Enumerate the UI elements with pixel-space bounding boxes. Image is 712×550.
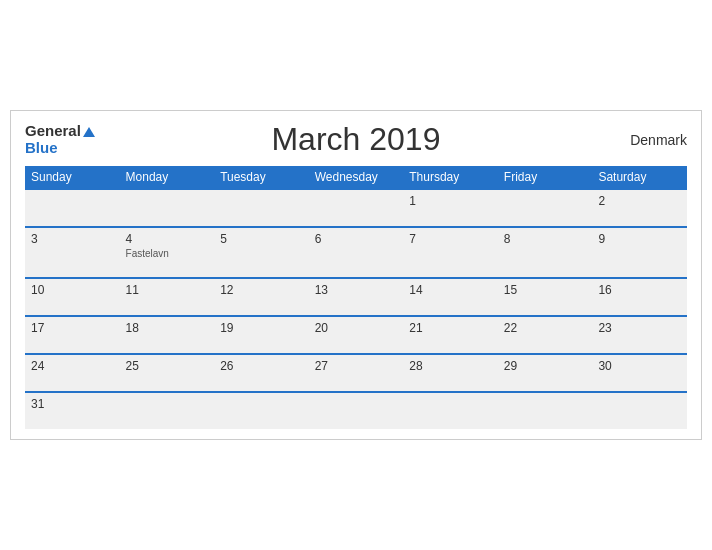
calendar-cell: 27 (309, 354, 404, 392)
week-row-4: 17181920212223 (25, 316, 687, 354)
week-row-6: 31 (25, 392, 687, 429)
calendar-cell: 26 (214, 354, 309, 392)
calendar-cell: 30 (592, 354, 687, 392)
calendar-cell: 23 (592, 316, 687, 354)
calendar-cell: 15 (498, 278, 593, 316)
calendar-cell: 2 (592, 189, 687, 227)
day-number: 28 (409, 359, 492, 373)
calendar-cell: 9 (592, 227, 687, 278)
calendar-cell (120, 392, 215, 429)
calendar-cell: 24 (25, 354, 120, 392)
calendar-table: SundayMondayTuesdayWednesdayThursdayFrid… (25, 166, 687, 429)
calendar-cell: 1 (403, 189, 498, 227)
calendar-cell (214, 189, 309, 227)
weekday-header-friday: Friday (498, 166, 593, 189)
calendar-cell: 11 (120, 278, 215, 316)
week-row-2: 34Fastelavn56789 (25, 227, 687, 278)
calendar-header: General Blue March 2019 Denmark (25, 121, 687, 158)
calendar-cell: 3 (25, 227, 120, 278)
calendar-cell: 8 (498, 227, 593, 278)
calendar-cell: 21 (403, 316, 498, 354)
weekday-header-row: SundayMondayTuesdayWednesdayThursdayFrid… (25, 166, 687, 189)
week-row-3: 10111213141516 (25, 278, 687, 316)
calendar-cell: 17 (25, 316, 120, 354)
calendar-cell (214, 392, 309, 429)
day-number: 22 (504, 321, 587, 335)
calendar-cell (120, 189, 215, 227)
day-number: 18 (126, 321, 209, 335)
calendar-cell: 19 (214, 316, 309, 354)
calendar-container: General Blue March 2019 Denmark SundayMo… (10, 110, 702, 440)
day-number: 21 (409, 321, 492, 335)
day-number: 7 (409, 232, 492, 246)
country-label: Denmark (617, 132, 687, 148)
day-number: 29 (504, 359, 587, 373)
logo-blue-text: Blue (25, 140, 58, 157)
calendar-cell: 14 (403, 278, 498, 316)
weekday-header-saturday: Saturday (592, 166, 687, 189)
weekday-header-wednesday: Wednesday (309, 166, 404, 189)
event-label: Fastelavn (126, 248, 209, 259)
calendar-cell: 28 (403, 354, 498, 392)
calendar-cell: 13 (309, 278, 404, 316)
day-number: 20 (315, 321, 398, 335)
calendar-cell: 7 (403, 227, 498, 278)
calendar-cell (498, 392, 593, 429)
day-number: 13 (315, 283, 398, 297)
day-number: 6 (315, 232, 398, 246)
calendar-cell: 12 (214, 278, 309, 316)
calendar-cell (592, 392, 687, 429)
day-number: 16 (598, 283, 681, 297)
weekday-header-monday: Monday (120, 166, 215, 189)
day-number: 27 (315, 359, 398, 373)
calendar-cell (403, 392, 498, 429)
day-number: 12 (220, 283, 303, 297)
day-number: 9 (598, 232, 681, 246)
day-number: 23 (598, 321, 681, 335)
day-number: 2 (598, 194, 681, 208)
week-row-5: 24252627282930 (25, 354, 687, 392)
calendar-cell: 22 (498, 316, 593, 354)
day-number: 3 (31, 232, 114, 246)
logo-general-text: General (25, 123, 95, 140)
weekday-header-thursday: Thursday (403, 166, 498, 189)
calendar-cell (498, 189, 593, 227)
calendar-cell: 18 (120, 316, 215, 354)
calendar-cell (25, 189, 120, 227)
day-number: 24 (31, 359, 114, 373)
logo-triangle-icon (83, 127, 95, 137)
day-number: 30 (598, 359, 681, 373)
calendar-cell: 5 (214, 227, 309, 278)
day-number: 10 (31, 283, 114, 297)
calendar-cell (309, 392, 404, 429)
day-number: 25 (126, 359, 209, 373)
day-number: 5 (220, 232, 303, 246)
calendar-cell: 10 (25, 278, 120, 316)
day-number: 26 (220, 359, 303, 373)
day-number: 17 (31, 321, 114, 335)
calendar-cell: 29 (498, 354, 593, 392)
weekday-header-sunday: Sunday (25, 166, 120, 189)
calendar-cell: 4Fastelavn (120, 227, 215, 278)
day-number: 1 (409, 194, 492, 208)
day-number: 19 (220, 321, 303, 335)
month-title: March 2019 (95, 121, 617, 158)
day-number: 8 (504, 232, 587, 246)
week-row-1: 12 (25, 189, 687, 227)
day-number: 31 (31, 397, 114, 411)
calendar-cell: 20 (309, 316, 404, 354)
calendar-cell: 16 (592, 278, 687, 316)
day-number: 14 (409, 283, 492, 297)
calendar-cell (309, 189, 404, 227)
logo: General Blue (25, 123, 95, 156)
day-number: 15 (504, 283, 587, 297)
calendar-cell: 6 (309, 227, 404, 278)
day-number: 4 (126, 232, 209, 246)
weekday-header-tuesday: Tuesday (214, 166, 309, 189)
calendar-cell: 25 (120, 354, 215, 392)
calendar-cell: 31 (25, 392, 120, 429)
day-number: 11 (126, 283, 209, 297)
